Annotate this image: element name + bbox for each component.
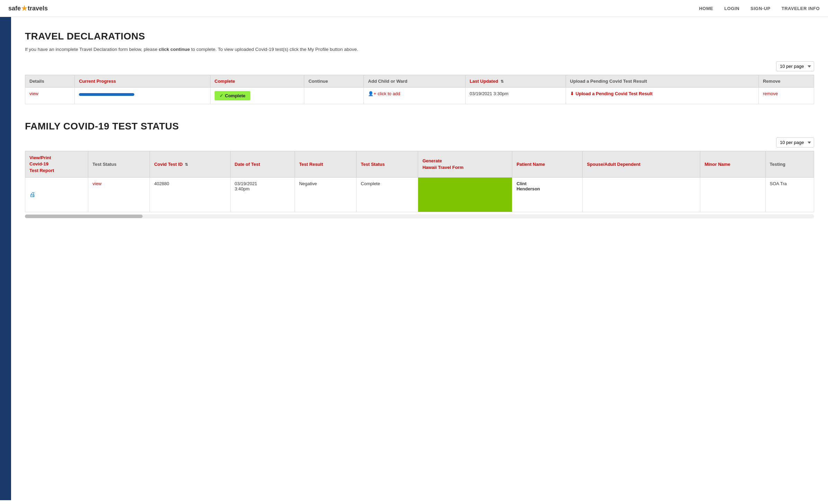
nav-login[interactable]: LOGIN: [724, 6, 739, 11]
td-minor-name: [700, 177, 765, 212]
progress-bar-fill: [79, 93, 134, 96]
upload-link[interactable]: ⬇ Upload a Pending Covid Test Result: [570, 91, 754, 96]
desc-text-1: If you have an incomplete Travel Declara…: [25, 47, 159, 52]
th-testing: Testing: [765, 151, 814, 178]
desc-bold: click continue: [159, 47, 190, 52]
complete-badge: ✓ Complete: [215, 91, 250, 100]
travel-declarations-header-row: Details Current Progress Complete Contin…: [25, 75, 814, 88]
nav-home[interactable]: HOME: [699, 6, 713, 11]
table-row: 🖨 view 402880 03/19/20213:40pm Negative …: [25, 177, 814, 212]
travel-declarations-thead: Details Current Progress Complete Contin…: [25, 75, 814, 88]
td-continue: [304, 88, 364, 104]
td-testing: SOA Tra: [765, 177, 814, 212]
progress-bar-container: [79, 93, 134, 96]
td-test-status: Complete: [357, 177, 418, 212]
sidebar-bar: [0, 17, 11, 500]
family-covid-title: FAMILY COVID-19 TEST STATUS: [25, 121, 814, 132]
nav-signup[interactable]: SIGN-UP: [750, 6, 771, 11]
upload-icon: ⬇: [570, 91, 574, 96]
td-upload: ⬇ Upload a Pending Covid Test Result: [566, 88, 758, 104]
nav-traveler-info[interactable]: TRAVELER INFO: [782, 6, 820, 11]
td-date-of-test: 03/19/20213:40pm: [230, 177, 295, 212]
page-wrapper: TRAVEL DECLARATIONS If you have an incom…: [0, 17, 828, 500]
travel-declarations-title: TRAVEL DECLARATIONS: [25, 31, 814, 42]
td-covid-test-id: 402880: [150, 177, 230, 212]
logo-star: ★: [21, 4, 27, 12]
th-minor-name: Minor Name: [700, 151, 765, 178]
covid-table-wrapper: View/PrintCovid-19Test Report Test Statu…: [25, 151, 814, 212]
horizontal-scrollbar[interactable]: [25, 214, 814, 218]
main-content: TRAVEL DECLARATIONS If you have an incom…: [11, 17, 828, 500]
covid-tbody: 🖨 view 402880 03/19/20213:40pm Negative …: [25, 177, 814, 212]
covid-thead: View/PrintCovid-19Test Report Test Statu…: [25, 151, 814, 178]
logo-text-before: safe: [8, 5, 21, 12]
per-page-wrapper: 10 per page: [25, 61, 814, 71]
th-current-progress: Current Progress: [75, 75, 210, 88]
travel-declarations-desc: If you have an incomplete Travel Declara…: [25, 46, 814, 53]
th-details: Details: [25, 75, 75, 88]
th-upload: Upload a Pending Covid Test Result: [566, 75, 758, 88]
th-test-status-2: Test Status: [357, 151, 418, 178]
covid-per-page-wrapper: 10 per page: [25, 137, 814, 147]
test-status-view-link[interactable]: view: [92, 181, 101, 186]
td-progress: [75, 88, 210, 104]
th-continue: Continue: [304, 75, 364, 88]
th-last-updated: Last Updated ⇅: [465, 75, 566, 88]
sort-icon-covid-id[interactable]: ⇅: [185, 162, 188, 167]
td-print: 🖨: [25, 177, 88, 212]
header: safe★travels HOME LOGIN SIGN-UP TRAVELER…: [0, 0, 828, 17]
th-complete: Complete: [210, 75, 304, 88]
td-test-status-view: view: [88, 177, 150, 212]
travel-declarations-tbody: view ✓ Complete: [25, 88, 814, 104]
checkmark-icon: ✓: [219, 93, 223, 98]
th-generate-hawaii: GenerateHawaii Travel Form: [418, 151, 512, 178]
covid-header-row: View/PrintCovid-19Test Report Test Statu…: [25, 151, 814, 178]
per-page-select[interactable]: 10 per page: [776, 61, 814, 71]
sort-icon-last-updated[interactable]: ⇅: [501, 79, 504, 84]
td-add-child: 👤+ click to add: [364, 88, 465, 104]
travel-declarations-table: Details Current Progress Complete Contin…: [25, 75, 814, 104]
printer-icon[interactable]: 🖨: [29, 191, 36, 198]
complete-label: Complete: [225, 93, 245, 98]
view-link[interactable]: view: [29, 91, 38, 96]
th-patient-name: Patient Name: [512, 151, 583, 178]
td-test-result: Negative: [295, 177, 357, 212]
td-last-updated: 03/19/2021 3:30pm: [465, 88, 566, 104]
th-remove: Remove: [758, 75, 814, 88]
th-date-of-test: Date of Test: [230, 151, 295, 178]
th-test-status-1: Test Status: [88, 151, 150, 178]
travel-declarations-section: TRAVEL DECLARATIONS If you have an incom…: [25, 31, 814, 104]
td-complete: ✓ Complete: [210, 88, 304, 104]
td-patient-name: ClintHenderson: [512, 177, 583, 212]
td-spouse-adult: [583, 177, 700, 212]
add-person-icon: 👤+: [368, 91, 376, 96]
td-generate-hawaii[interactable]: [418, 177, 512, 212]
td-details: view: [25, 88, 75, 104]
remove-link[interactable]: remove: [763, 91, 778, 96]
family-covid-section: FAMILY COVID-19 TEST STATUS 10 per page …: [25, 121, 814, 218]
add-child-link[interactable]: 👤+ click to add: [368, 91, 461, 96]
th-spouse-adult: Spouse/Adult Dependent: [583, 151, 700, 178]
table-row: view ✓ Complete: [25, 88, 814, 104]
covid-per-page-select[interactable]: 10 per page: [776, 137, 814, 147]
desc-text-2: to complete. To view uploaded Covid-19 t…: [190, 47, 358, 52]
logo: safe★travels: [8, 4, 48, 12]
covid-table: View/PrintCovid-19Test Report Test Statu…: [25, 151, 814, 212]
main-nav: HOME LOGIN SIGN-UP TRAVELER INFO: [699, 6, 820, 11]
th-covid-test-id: Covid Test ID ⇅: [150, 151, 230, 178]
th-add-child: Add Child or Ward: [364, 75, 465, 88]
td-remove: remove: [758, 88, 814, 104]
th-view-print: View/PrintCovid-19Test Report: [25, 151, 88, 178]
logo-text-after: travels: [28, 5, 48, 12]
th-test-result: Test Result: [295, 151, 357, 178]
scroll-thumb: [25, 215, 143, 218]
